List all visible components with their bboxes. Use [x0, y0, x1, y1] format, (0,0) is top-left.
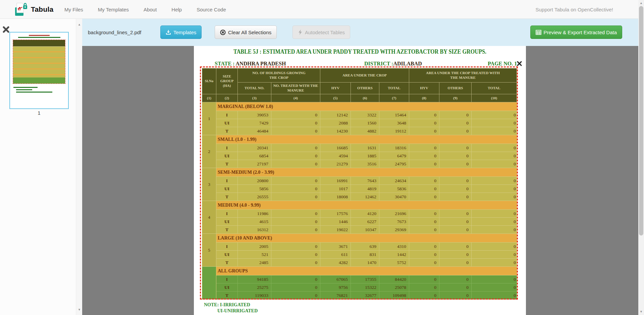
templates-button-label: Templates: [173, 30, 196, 35]
thumb-note-line: [13, 87, 38, 88]
scroll-down-icon[interactable]: ▼: [76, 308, 83, 311]
clear-all-selections-button[interactable]: Clear All Selections: [215, 25, 277, 39]
page-no-label: PAGE NO. 1: [488, 61, 517, 67]
tabula-logo-icon: [15, 2, 28, 16]
toolbar: background_lines_2.pdf Templates Clear A…: [82, 19, 638, 46]
navbar: Tabula My Files My Templates About Help …: [0, 0, 644, 19]
table-export-icon: [536, 30, 541, 35]
nav-item-my-files[interactable]: My Files: [64, 7, 83, 12]
export-button-label: Preview & Export Extracted Data: [544, 30, 617, 35]
district-value: ADILABAD: [393, 61, 422, 66]
note-line-1: NOTE: I-IRRIGATED: [204, 302, 250, 308]
thumb-table-body: [13, 47, 65, 77]
thumb-table-footer: [13, 77, 65, 84]
scroll-up-icon[interactable]: ▲: [76, 23, 83, 26]
state-value: ANDHRA PRADESH: [234, 61, 286, 66]
brand[interactable]: Tabula: [15, 2, 53, 16]
thumb-table: [13, 40, 65, 84]
sidebar-scrollbar[interactable]: ▲ ▼: [76, 19, 82, 315]
sidebar: 1 ▲ ▼: [0, 19, 82, 315]
state-label: STATE :: [215, 61, 234, 66]
thumb-note-line: [16, 92, 52, 93]
document-title: TABLE 5J : ESTIMATED AREA UNDER PADDY TR…: [211, 48, 509, 55]
templates-icon: [166, 30, 171, 35]
clear-button-label: Clear All Selections: [228, 30, 271, 35]
nav-item-source-code[interactable]: Source Code: [197, 7, 226, 12]
autodetect-tables-button[interactable]: Autodetect Tables: [292, 25, 350, 39]
district-label: DISTRICT :: [364, 61, 393, 66]
nav-item-help[interactable]: Help: [171, 7, 182, 12]
page-thumbnail[interactable]: [9, 32, 69, 109]
scroll-down-icon[interactable]: ▼: [638, 310, 644, 313]
nav-item-my-templates[interactable]: My Templates: [98, 7, 129, 12]
clear-selections-icon: [220, 30, 226, 35]
pdf-page[interactable]: TABLE 5J : ESTIMATED AREA UNDER PADDY TR…: [194, 46, 526, 315]
close-page-icon[interactable]: [3, 26, 9, 33]
state-heading: STATE : ANDHRA PRADESH: [215, 61, 286, 67]
nav-item-about[interactable]: About: [144, 7, 157, 12]
autodetect-button-label: Autodetect Tables: [305, 30, 345, 35]
nav-links: My Files My Templates About Help Source …: [64, 0, 226, 19]
templates-button[interactable]: Templates: [160, 25, 202, 39]
pdf-viewport: TABLE 5J : ESTIMATED AREA UNDER PADDY TR…: [82, 46, 638, 315]
support-link[interactable]: Support Tabula on OpenCollective!: [535, 0, 613, 19]
scroll-up-icon[interactable]: ▲: [638, 1, 644, 5]
preview-export-button[interactable]: Preview & Export Extracted Data: [530, 25, 622, 39]
filename-label: background_lines_2.pdf: [88, 19, 141, 46]
brand-name: Tabula: [31, 5, 53, 13]
main-scrollbar[interactable]: ▲ ▼: [638, 0, 644, 315]
page-number-label: 1: [9, 110, 69, 116]
thumb-note-line: [16, 89, 32, 90]
thumb-title-line: [18, 37, 60, 38]
thumb-table-header: [13, 40, 65, 47]
remove-selection-icon[interactable]: [517, 61, 522, 66]
thumb-title-line: [29, 35, 50, 36]
lightning-icon: [298, 30, 303, 35]
district-heading: DISTRICT :ADILABAD: [364, 61, 422, 67]
scrollbar-thumb[interactable]: [639, 6, 643, 235]
table-selection-region[interactable]: [200, 66, 518, 300]
note-line-2: UI-UNIRRIGATED: [217, 308, 258, 314]
